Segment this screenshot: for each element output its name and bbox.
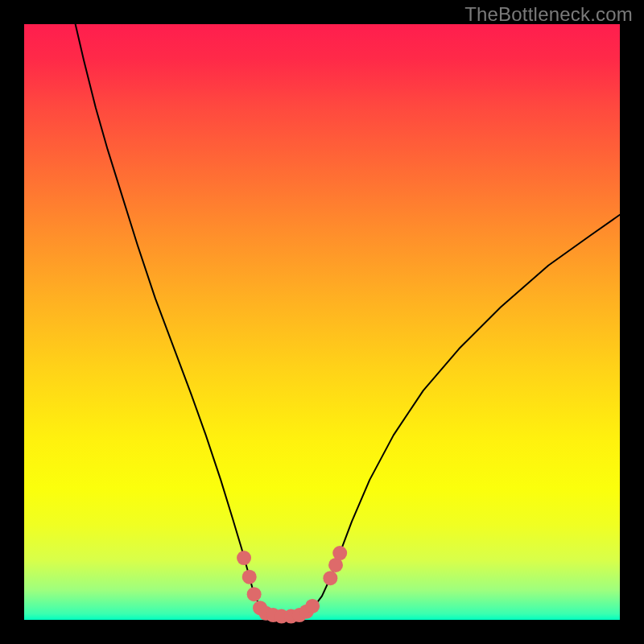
curve-marker xyxy=(237,551,251,565)
chart-svg xyxy=(24,24,620,620)
curve-marker xyxy=(323,571,337,585)
plot-area xyxy=(24,24,620,620)
figure-frame: TheBottleneck.com xyxy=(0,0,644,644)
curve-markers xyxy=(237,546,347,623)
curve-marker xyxy=(247,587,262,601)
watermark-text: TheBottleneck.com xyxy=(464,3,633,26)
curve-marker xyxy=(305,599,320,613)
curve-marker xyxy=(332,546,347,560)
bottleneck-curve xyxy=(76,24,620,617)
curve-marker xyxy=(242,570,257,584)
